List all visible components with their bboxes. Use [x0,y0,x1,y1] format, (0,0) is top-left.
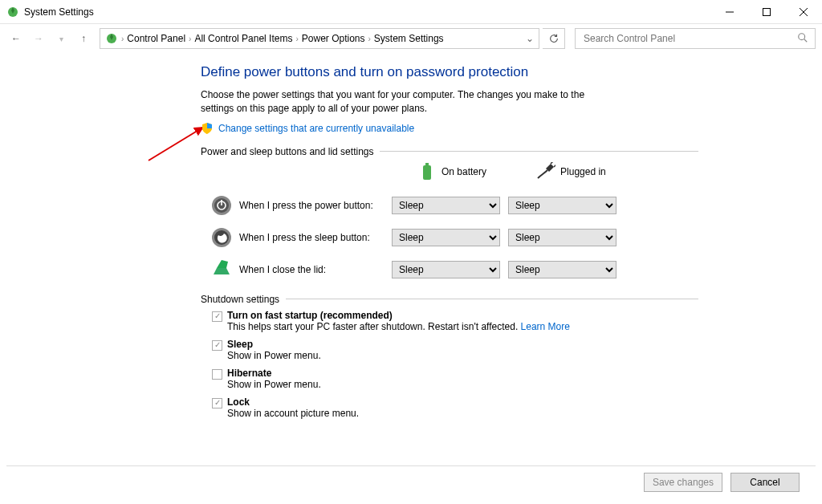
page-description: Choose the power settings that you want … [201,88,618,116]
search-input[interactable] [582,32,797,45]
checkbox-lock: Lock Show in account picture menu. [212,396,698,419]
lid-battery-select[interactable]: Sleep [392,261,500,278]
checkbox-fast-startup: Turn on fast startup (recommended) This … [212,310,698,332]
refresh-button[interactable] [543,28,565,49]
titlebar: System Settings [0,0,822,24]
power-button-icon [210,194,233,217]
minimize-button[interactable] [711,0,748,24]
chevron-right-icon: › [121,35,124,43]
svg-point-6 [799,33,805,39]
power-button-plugged-select[interactable]: Sleep [508,197,616,214]
change-settings-link[interactable]: Change settings that are currently unava… [218,123,414,134]
checkbox-sub: Show in account picture menu. [227,408,359,419]
col-battery-label: On battery [442,166,486,177]
up-button[interactable]: ↑ [74,29,93,48]
section-legend-text: Shutdown settings [201,294,279,305]
power-button-battery-select[interactable]: Sleep [392,197,500,214]
window-controls [711,0,822,24]
shield-icon [201,122,214,135]
location-icon [105,32,118,45]
address-bar[interactable]: › Control Panel › All Control Panel Item… [100,28,539,49]
content-area: Define power buttons and turn on passwor… [201,64,698,427]
svg-line-12 [554,165,555,167]
section-legend-text: Power and sleep buttons and lid settings [201,146,373,157]
checkbox[interactable] [212,340,222,351]
row-label: When I close the lid: [239,264,392,275]
divider [380,151,698,152]
row-label: When I press the sleep button: [239,232,392,243]
laptop-lid-icon [210,258,233,281]
divider [286,299,698,299]
chevron-right-icon: › [189,35,191,43]
sleep-button-icon [210,226,233,249]
power-button-section: Power and sleep buttons and lid settings… [201,146,698,286]
chevron-right-icon: › [368,35,371,43]
breadcrumb-item[interactable]: System Settings [374,33,444,44]
row-close-lid: When I close the lid: Sleep Sleep [201,254,698,286]
svg-rect-2 [763,8,771,15]
battery-icon [417,162,437,181]
checkbox-label: Lock [227,396,359,408]
maximize-button[interactable] [748,0,785,24]
forward-button[interactable]: → [29,29,48,48]
checkbox-sub: Show in Power menu. [227,350,321,361]
checkbox-label: Hibernate [227,368,321,379]
section-legend: Shutdown settings [201,294,698,305]
breadcrumb-item[interactable]: Power Options [302,33,365,44]
checkbox-sub: This helps start your PC faster after sh… [227,321,570,332]
column-headers: On battery Plugged in [201,162,698,181]
sleep-button-battery-select[interactable]: Sleep [392,229,500,246]
search-icon [797,32,808,46]
chevron-right-icon: › [295,35,298,43]
chevron-down-icon[interactable]: ⌄ [526,33,534,44]
svg-line-11 [551,162,553,164]
save-button[interactable]: Save changes [644,473,722,492]
refresh-icon [548,33,560,44]
checkbox[interactable] [212,369,222,380]
svg-rect-10 [425,163,429,165]
sleep-button-plugged-select[interactable]: Sleep [508,229,616,246]
checkbox[interactable] [212,398,222,408]
shutdown-section: Shutdown settings Turn on fast startup (… [201,294,698,419]
col-plugged-label: Plugged in [560,166,606,177]
checkbox-sub: Show in Power menu. [227,379,321,390]
row-power-button: When I press the power button: Sleep Sle… [201,189,698,222]
change-settings-row: Change settings that are currently unava… [201,122,698,135]
shutdown-list: Turn on fast startup (recommended) This … [212,310,698,419]
row-label: When I press the power button: [239,200,392,211]
checkbox-sleep: Sleep Show in Power menu. [212,339,698,361]
breadcrumb-item[interactable]: Control Panel [127,33,185,44]
close-button[interactable] [785,0,822,24]
checkbox-label: Turn on fast startup (recommended) [227,310,570,321]
search-box[interactable] [575,28,816,49]
breadcrumb-item[interactable]: All Control Panel Items [194,33,292,44]
recent-locations-button[interactable]: ▾ [51,29,71,48]
learn-more-link[interactable]: Learn More [521,321,570,332]
app-icon [6,6,19,18]
svg-rect-9 [423,165,431,180]
plug-icon [536,162,555,181]
footer: Save changes Cancel [6,465,816,498]
lid-plugged-select[interactable]: Sleep [508,261,616,278]
checkbox-label: Sleep [227,339,321,350]
svg-line-8 [149,127,204,161]
row-sleep-button: When I press the sleep button: Sleep Sle… [201,222,698,254]
svg-line-7 [804,39,808,42]
back-button[interactable]: ← [6,29,26,48]
page-title: Define power buttons and turn on passwor… [201,64,698,80]
window-title: System Settings [24,6,94,18]
checkbox[interactable] [212,311,222,322]
checkbox-hibernate: Hibernate Show in Power menu. [212,368,698,390]
navbar: ← → ▾ ↑ › Control Panel › All Control Pa… [0,24,822,53]
section-legend: Power and sleep buttons and lid settings [201,146,698,157]
cancel-button[interactable]: Cancel [730,473,800,492]
